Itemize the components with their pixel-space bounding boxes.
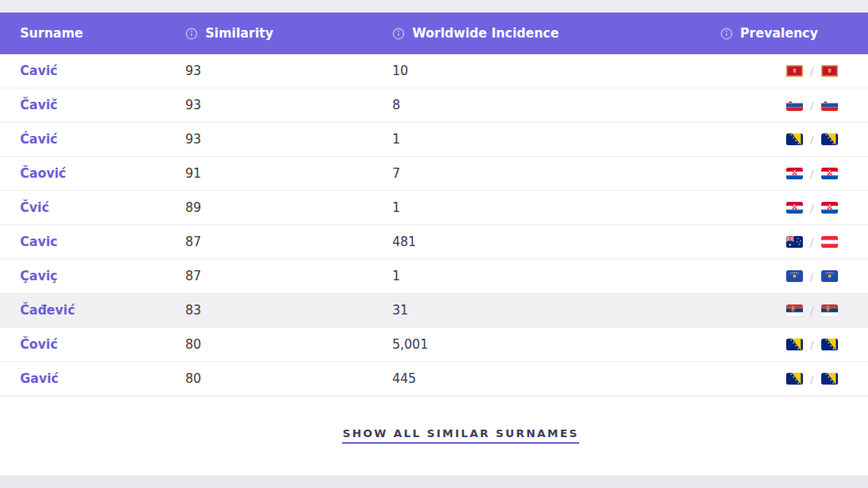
info-icon[interactable] <box>392 28 405 40</box>
prevalency-flags: / <box>718 304 868 317</box>
flag-separator: / <box>810 236 814 249</box>
incidence-value: 445 <box>392 371 718 386</box>
incidence-value: 31 <box>392 303 718 318</box>
similarity-value: 80 <box>185 371 392 386</box>
surname-cell: Gavić <box>0 371 185 386</box>
bosnia-herzegovina-flag <box>786 339 803 350</box>
prevalency-flags: / <box>718 236 868 249</box>
show-all-similar-surnames-link[interactable]: SHOW ALL SIMILAR SURNAMES <box>342 427 578 444</box>
surname-cell: Cavić <box>0 63 185 78</box>
similarity-value: 91 <box>185 166 392 181</box>
serbia-flag <box>821 304 838 316</box>
flag-separator: / <box>810 304 814 317</box>
incidence-value: 5,001 <box>392 337 718 352</box>
incidence-value: 1 <box>392 132 718 147</box>
flag-separator: / <box>810 168 814 180</box>
incidence-value: 1 <box>392 200 718 215</box>
incidence-value: 10 <box>392 63 718 78</box>
surname-link[interactable]: Čavič <box>20 98 58 113</box>
surname-link[interactable]: Ćavić <box>20 132 58 147</box>
prevalency-flags: / <box>718 339 868 351</box>
table-header: Surname Similarity Worldwide Incidence P… <box>0 13 868 54</box>
slovenia-flag <box>786 99 803 111</box>
column-header-prevalency: Prevalency <box>718 26 868 41</box>
column-header-surname: Surname <box>0 26 185 41</box>
bottom-strip <box>0 475 868 488</box>
kosovo-flag <box>821 270 838 282</box>
croatia-flag <box>821 168 838 179</box>
similarity-value: 93 <box>185 98 392 113</box>
surname-cell: Čavič <box>0 98 185 113</box>
table-body: Cavić 93 10 / Čavič 93 8 / Ćavić 93 1 / <box>0 54 868 396</box>
incidence-value: 1 <box>392 269 718 284</box>
surname-cell: Čaović <box>0 166 185 181</box>
croatia-flag <box>821 202 838 214</box>
croatia-flag <box>786 168 803 179</box>
prevalency-flags: / <box>718 202 868 214</box>
similarity-value: 80 <box>185 337 392 352</box>
similarity-value: 93 <box>185 132 392 147</box>
prevalency-flags: / <box>718 270 868 283</box>
table-row: Čađević 83 31 / <box>0 294 868 328</box>
surname-link[interactable]: Cavic <box>20 234 58 249</box>
surname-link[interactable]: Čović <box>20 337 58 352</box>
croatia-flag <box>786 202 803 214</box>
incidence-value: 8 <box>392 98 718 113</box>
table-row: Čović 80 5,001 / <box>0 328 868 362</box>
bosnia-herzegovina-flag <box>821 339 838 350</box>
flag-separator: / <box>810 339 814 351</box>
surname-link[interactable]: Čvić <box>20 200 49 215</box>
table-row: Cavić 93 10 / <box>0 54 868 88</box>
prevalency-flags: / <box>718 168 868 180</box>
flag-separator: / <box>810 65 814 78</box>
table-row: Čvić 89 1 / <box>0 191 868 225</box>
surname-link[interactable]: Gavić <box>20 371 58 386</box>
top-strip <box>0 0 868 13</box>
table-row: Cavic 87 481 / <box>0 225 868 259</box>
surname-link[interactable]: Cavić <box>20 63 58 78</box>
montenegro-flag <box>821 65 838 77</box>
slovenia-flag <box>821 99 838 111</box>
austria-flag <box>821 236 838 248</box>
surname-link[interactable]: Čaović <box>20 166 66 181</box>
kosovo-flag <box>786 270 803 282</box>
table-row: Gavić 80 445 / <box>0 362 868 396</box>
table-row: Čavič 93 8 / <box>0 88 868 123</box>
surname-similarity-page: Surname Similarity Worldwide Incidence P… <box>0 0 868 488</box>
similarity-value: 87 <box>185 234 392 249</box>
bosnia-herzegovina-flag <box>786 133 803 145</box>
flag-separator: / <box>810 133 814 146</box>
similarity-value: 87 <box>185 269 392 284</box>
column-header-similarity: Similarity <box>185 26 392 41</box>
info-icon[interactable] <box>185 28 198 40</box>
column-header-label: Surname <box>20 26 83 41</box>
surname-cell: Çaviç <box>0 269 185 284</box>
incidence-value: 7 <box>392 166 718 181</box>
prevalency-flags: / <box>718 373 868 385</box>
prevalency-flags: / <box>718 65 868 78</box>
column-header-label: Worldwide Incidence <box>412 26 559 41</box>
similarity-value: 89 <box>185 200 392 215</box>
table-row: Ćavić 93 1 / <box>0 123 868 157</box>
column-header-label: Prevalency <box>740 26 818 41</box>
bosnia-herzegovina-flag <box>821 373 838 385</box>
prevalency-flags: / <box>718 99 868 112</box>
australia-flag <box>786 236 803 248</box>
column-header-worldwide-incidence: Worldwide Incidence <box>392 26 718 41</box>
surname-cell: Cavic <box>0 234 185 249</box>
serbia-flag <box>786 304 803 316</box>
bosnia-herzegovina-flag <box>786 373 803 385</box>
similarity-value: 93 <box>185 63 392 78</box>
flag-separator: / <box>810 373 814 385</box>
table-row: Çaviç 87 1 / <box>0 259 868 294</box>
flag-separator: / <box>810 270 814 283</box>
surname-cell: Ćavić <box>0 132 185 147</box>
incidence-value: 481 <box>392 234 718 249</box>
info-icon[interactable] <box>720 28 733 40</box>
surname-link[interactable]: Čađević <box>20 303 75 318</box>
surname-cell: Čović <box>0 337 185 352</box>
flag-separator: / <box>810 99 814 112</box>
surname-link[interactable]: Çaviç <box>20 269 58 284</box>
column-header-label: Similarity <box>205 26 273 41</box>
bosnia-herzegovina-flag <box>821 133 838 145</box>
